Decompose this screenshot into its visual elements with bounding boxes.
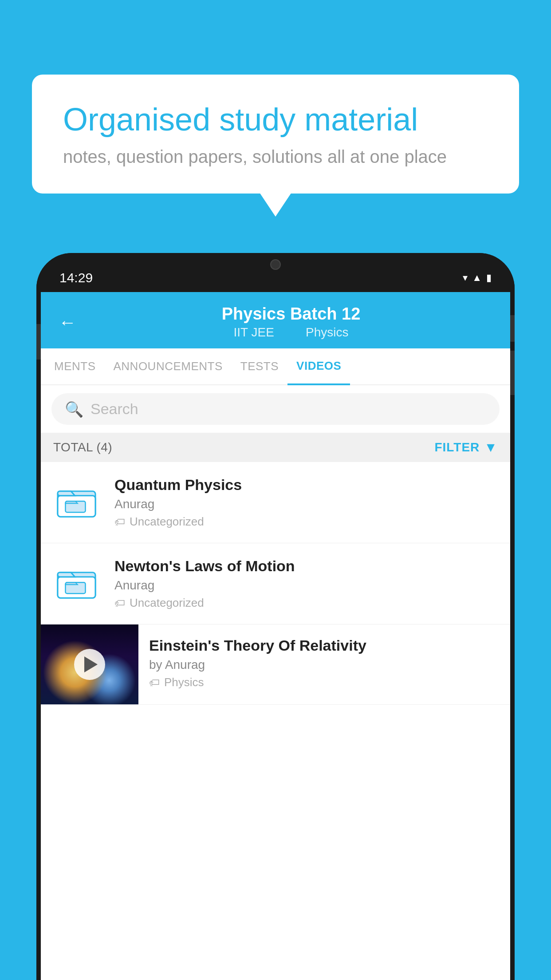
tag-label: Uncategorized [130,596,204,610]
folder-icon [55,560,100,604]
video-tag: 🏷 Uncategorized [114,515,498,529]
video-info: Quantum Physics Anurag 🏷 Uncategorized [114,476,498,529]
video-author: Anurag [114,497,498,511]
tabs-row: MENTS ANNOUNCEMENTS TESTS VIDEOS [41,348,510,385]
tab-tests[interactable]: TESTS [232,349,287,384]
tag-label: Physics [164,676,204,689]
wifi-icon: ▾ [463,272,468,284]
batch-subject: Physics [306,325,348,339]
video-author: Anurag [114,578,498,593]
signal-icon: ▲ [472,272,482,284]
phone-time: 14:29 [59,270,93,285]
search-placeholder: Search [91,400,138,418]
status-icons: ▾ ▲ ▮ [463,272,492,284]
filter-button[interactable]: FILTER ▼ [434,440,498,455]
search-container: 🔍 Search [41,385,510,433]
video-title: Newton's Laws of Motion [114,557,498,575]
filter-label: FILTER [434,440,480,454]
folder-icon [55,478,100,523]
tag-icon: 🏷 [149,676,160,689]
batch-title: Physics Batch 12 [90,304,492,324]
video-thumbnail [41,624,138,704]
batch-category: IIT JEE [234,325,274,339]
folder-thumbnail [53,557,102,606]
camera-icon [270,259,281,270]
status-bar: 14:29 ▾ ▲ ▮ [36,253,515,292]
list-item[interactable]: Quantum Physics Anurag 🏷 Uncategorized [41,462,510,543]
tab-videos[interactable]: VIDEOS [287,348,350,385]
tag-label: Uncategorized [130,515,204,529]
play-button[interactable] [74,649,105,680]
search-icon: 🔍 [65,402,83,417]
video-info: Einstein's Theory Of Relativity by Anura… [138,624,510,702]
list-item[interactable]: Einstein's Theory Of Relativity by Anura… [41,624,510,705]
app-screen: ← Physics Batch 12 IIT JEE Physics MENTS… [41,292,510,980]
video-title: Einstein's Theory Of Relativity [149,637,500,654]
tag-icon: 🏷 [114,597,125,609]
play-icon [84,656,98,672]
speech-bubble: Organised study material notes, question… [32,75,519,194]
video-title: Quantum Physics [114,476,498,494]
header-title-area: Physics Batch 12 IIT JEE Physics [90,304,492,340]
total-count: TOTAL (4) [53,440,112,454]
filter-icon: ▼ [484,440,498,455]
tag-icon: 🏷 [114,516,125,528]
video-info: Newton's Laws of Motion Anurag 🏷 Uncateg… [114,557,498,610]
battery-icon: ▮ [486,272,492,284]
batch-subtitle: IIT JEE Physics [90,325,492,340]
video-tag: 🏷 Uncategorized [114,596,498,610]
phone-frame: 14:29 ▾ ▲ ▮ ← Physics Batch 12 IIT JEE P… [36,253,515,980]
app-header: ← Physics Batch 12 IIT JEE Physics [41,292,510,348]
search-bar[interactable]: 🔍 Search [51,393,500,425]
tab-announcements[interactable]: ANNOUNCEMENTS [105,349,232,384]
speech-bubble-title: Organised study material [63,101,488,138]
speech-bubble-subtitle: notes, question papers, solutions all at… [63,147,488,167]
phone-notch [240,253,311,276]
header-separator [287,325,294,339]
back-button[interactable]: ← [59,313,76,331]
video-author: by Anurag [149,658,500,672]
video-list: Quantum Physics Anurag 🏷 Uncategorized [41,462,510,705]
folder-thumbnail [53,476,102,525]
list-item[interactable]: Newton's Laws of Motion Anurag 🏷 Uncateg… [41,543,510,624]
filter-row: TOTAL (4) FILTER ▼ [41,433,510,462]
video-tag: 🏷 Physics [149,676,500,689]
tab-ments[interactable]: MENTS [45,349,105,384]
